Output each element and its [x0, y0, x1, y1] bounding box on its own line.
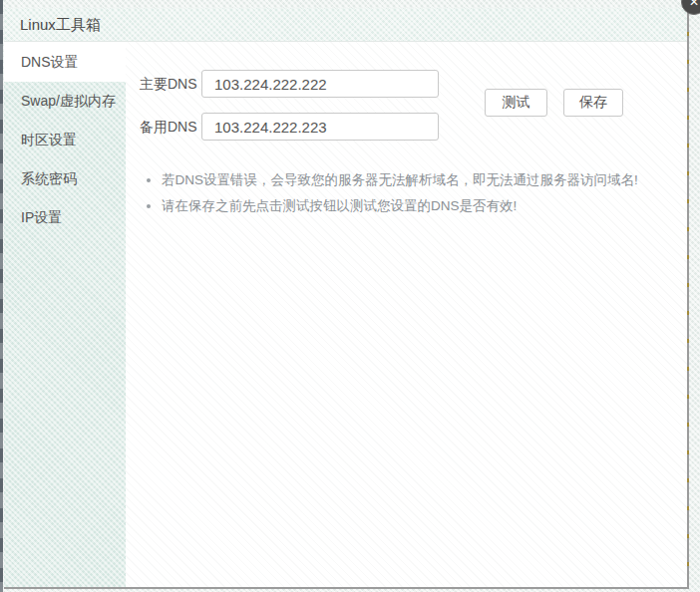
linux-toolbox-dialog: Linux工具箱 DNS设置 Swap/虚拟内存 时区设置 系统密码 IP设置 …	[4, 8, 689, 589]
bullet-icon	[147, 178, 151, 182]
note-text: 请在保存之前先点击测试按钮以测试您设置的DNS是否有效!	[162, 198, 517, 213]
page-left-edge	[0, 0, 3, 592]
primary-dns-label: 主要DNS	[140, 70, 197, 98]
dialog-title: Linux工具箱	[20, 16, 101, 33]
save-button[interactable]: 保存	[563, 89, 623, 117]
dialog-titlebar: Linux工具箱	[4, 8, 687, 42]
test-button[interactable]: 测试	[485, 89, 547, 117]
sidebar-item-label: 时区设置	[21, 132, 77, 148]
sidebar-item-label: 系统密码	[21, 170, 77, 186]
sidebar-item-timezone[interactable]: 时区设置	[4, 121, 126, 159]
sidebar-item-label: DNS设置	[21, 54, 79, 70]
sidebar-item-ip-settings[interactable]: IP设置	[4, 198, 126, 237]
sidebar-item-dns-settings[interactable]: DNS设置	[4, 42, 126, 82]
bullet-icon	[147, 204, 151, 208]
secondary-dns-input[interactable]	[201, 113, 439, 141]
dns-notes-list: 若DNS设置错误，会导致您的服务器无法解析域名，即无法通过服务器访问域名! 请在…	[140, 167, 667, 219]
note-item: 若DNS设置错误，会导致您的服务器无法解析域名，即无法通过服务器访问域名!	[140, 167, 667, 193]
close-icon: ✕	[689, 0, 699, 9]
secondary-dns-label: 备用DNS	[140, 113, 197, 141]
sidebar-item-system-password[interactable]: 系统密码	[4, 159, 126, 198]
sidebar-item-label: IP设置	[21, 209, 62, 225]
note-item: 请在保存之前先点击测试按钮以测试您设置的DNS是否有效!	[140, 193, 667, 219]
note-text: 若DNS设置错误，会导致您的服务器无法解析域名，即无法通过服务器访问域名!	[162, 172, 638, 187]
dns-settings-panel: 主要DNS 备用DNS 测试 保存 若DNS设置错误，会导致您的服务器无法解析域…	[126, 42, 687, 587]
page-background: { "page": { "title": "Linux工具箱", "close_…	[0, 0, 700, 592]
sidebar: DNS设置 Swap/虚拟内存 时区设置 系统密码 IP设置	[4, 42, 126, 587]
sidebar-item-swap-memory[interactable]: Swap/虚拟内存	[4, 82, 126, 121]
sidebar-item-label: Swap/虚拟内存	[21, 93, 116, 109]
primary-dns-input[interactable]	[201, 70, 439, 98]
